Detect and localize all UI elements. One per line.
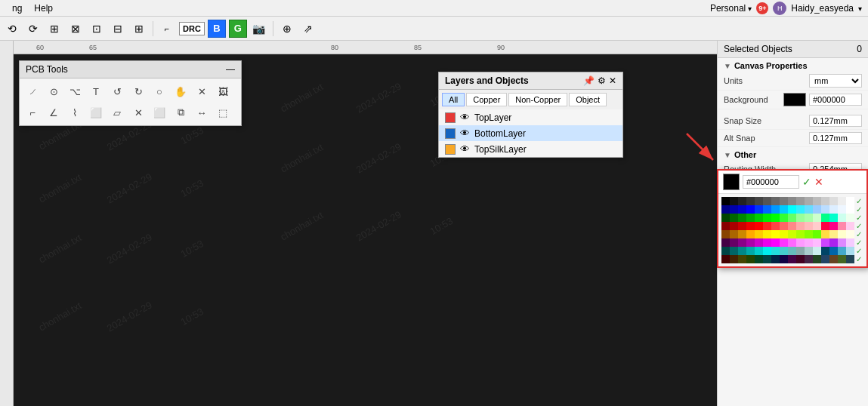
color-cell[interactable]: [763, 197, 771, 205]
color-cell[interactable]: [738, 238, 746, 247]
color-cell[interactable]: [721, 247, 730, 255]
color-cell[interactable]: [755, 197, 763, 205]
layer-eye-bottom[interactable]: 👁: [460, 128, 470, 139]
color-cell[interactable]: [846, 205, 854, 214]
color-cell[interactable]: [738, 230, 746, 238]
color-cell[interactable]: [796, 214, 805, 222]
color-cell[interactable]: [755, 238, 763, 247]
color-cell[interactable]: [738, 214, 746, 222]
layer-eye-silk[interactable]: 👁: [460, 143, 470, 155]
tool-arc-ccw[interactable]: ↻: [128, 82, 148, 101]
color-cell[interactable]: [805, 230, 813, 238]
layer-row-toplayer[interactable]: 👁 TopLayer: [439, 109, 622, 125]
color-cell[interactable]: [813, 222, 821, 230]
layer-tab-all[interactable]: All: [442, 93, 465, 106]
color-cell[interactable]: [829, 247, 838, 255]
menu-help[interactable]: Help: [28, 2, 59, 15]
color-cell[interactable]: [780, 197, 788, 205]
color-cell[interactable]: [846, 255, 854, 263]
color-cell[interactable]: [838, 222, 846, 230]
color-cell[interactable]: [721, 222, 730, 230]
color-cell[interactable]: [721, 255, 730, 263]
color-cell[interactable]: [780, 214, 788, 222]
color-cell[interactable]: [721, 197, 730, 205]
color-cell[interactable]: [805, 214, 813, 222]
color-cell[interactable]: [829, 222, 838, 230]
tool-via[interactable]: ⊙: [44, 82, 63, 101]
color-cell[interactable]: [813, 205, 821, 214]
color-cell[interactable]: [796, 255, 805, 263]
color-cell[interactable]: [780, 222, 788, 230]
tool-arc-cw[interactable]: ↺: [107, 82, 127, 101]
username-label[interactable]: Haidy_easyeda: [791, 3, 854, 14]
layer-row-bottomlayer[interactable]: 👁 BottomLayer: [439, 125, 622, 141]
tool-circle[interactable]: ○: [150, 82, 169, 101]
menu-ng[interactable]: ng: [6, 2, 28, 15]
layer-row-topsilklayer[interactable]: 👁 TopSilkLayer: [439, 141, 622, 157]
layer-tab-copper[interactable]: Copper: [466, 93, 507, 106]
color-cell[interactable]: [771, 238, 780, 247]
color-cell[interactable]: [763, 255, 771, 263]
share-icon[interactable]: ⇗: [299, 20, 317, 38]
color-cell[interactable]: [746, 238, 755, 247]
color-cell[interactable]: [780, 238, 788, 247]
color-cell[interactable]: [730, 205, 738, 214]
color-cell[interactable]: [821, 222, 829, 230]
tool-select[interactable]: ✕: [192, 82, 212, 101]
color-cell[interactable]: [821, 197, 829, 205]
color-cell[interactable]: [821, 255, 829, 263]
color-cell[interactable]: [813, 255, 821, 263]
color-cell[interactable]: [730, 255, 738, 263]
tool-3d[interactable]: ⬚: [213, 103, 233, 122]
layer-tab-noncopper[interactable]: Non-Copper: [508, 93, 567, 106]
color-cell[interactable]: [829, 205, 838, 214]
color-cell[interactable]: [721, 214, 730, 222]
color-cell[interactable]: [763, 238, 771, 247]
color-cell[interactable]: [829, 255, 838, 263]
color-cell[interactable]: [788, 205, 796, 214]
toolbar-btn-6[interactable]: ⊟: [109, 20, 127, 38]
snap-size-value[interactable]: 0.127mm: [809, 115, 862, 127]
color-cell[interactable]: [746, 197, 755, 205]
color-cell[interactable]: [838, 238, 846, 247]
color-cell[interactable]: [829, 197, 838, 205]
color-cell[interactable]: [829, 230, 838, 238]
canvas-collapse-icon[interactable]: ▼: [724, 62, 731, 70]
toolbar-btn-2[interactable]: ⟳: [24, 20, 42, 38]
btn-b[interactable]: B: [208, 20, 226, 38]
color-cell[interactable]: [780, 247, 788, 255]
color-cell[interactable]: [746, 247, 755, 255]
route-btn[interactable]: ⌐: [158, 20, 176, 38]
alt-snap-value[interactable]: 0.127mm: [809, 132, 862, 144]
tool-drc[interactable]: ⌥: [65, 82, 85, 101]
color-cell[interactable]: [763, 214, 771, 222]
color-cell[interactable]: [738, 255, 746, 263]
color-cell[interactable]: [730, 214, 738, 222]
layer-eye-top[interactable]: 👁: [460, 112, 470, 123]
layers-close-icon[interactable]: ✕: [609, 75, 616, 86]
color-cell[interactable]: [788, 222, 796, 230]
color-cell[interactable]: [780, 230, 788, 238]
color-cell[interactable]: [771, 247, 780, 255]
color-cell[interactable]: [821, 214, 829, 222]
color-cell[interactable]: [821, 247, 829, 255]
color-cell[interactable]: [755, 247, 763, 255]
color-cell[interactable]: [721, 205, 730, 214]
color-cell[interactable]: [838, 255, 846, 263]
color-cell[interactable]: [771, 205, 780, 214]
notification-badge[interactable]: 9+: [756, 2, 768, 14]
color-cell[interactable]: [771, 214, 780, 222]
color-cell[interactable]: [738, 222, 746, 230]
color-cancel-button[interactable]: ✕: [814, 176, 823, 188]
units-select[interactable]: mm mil inch: [809, 74, 862, 88]
tool-flip[interactable]: ↔: [192, 103, 212, 122]
photo-btn[interactable]: 📷: [250, 20, 268, 38]
btn-g[interactable]: G: [229, 20, 247, 38]
pcb-tools-close[interactable]: —: [226, 64, 235, 75]
color-cell[interactable]: [755, 230, 763, 238]
color-cell[interactable]: [846, 197, 854, 205]
color-cell[interactable]: [780, 205, 788, 214]
tool-image[interactable]: 🖼: [213, 82, 233, 101]
color-cell[interactable]: [763, 247, 771, 255]
color-cell[interactable]: [846, 230, 854, 238]
